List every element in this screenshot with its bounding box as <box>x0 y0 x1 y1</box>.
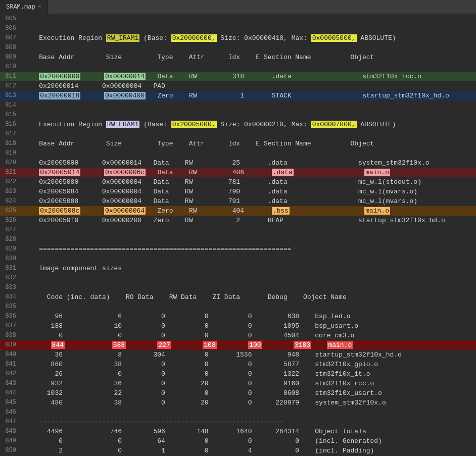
line-number: 846 <box>0 408 21 417</box>
line-807: 807 Execution Region RW_IRAM1 (Base: 0x2… <box>0 33 476 43</box>
line-846: 846 <box>0 408 476 417</box>
line-818: 818 Base Addr Size Type Attr Idx E Secti… <box>0 139 476 148</box>
line-text: 0x20005014 0x0000006c Data RW 406 .data … <box>21 168 476 177</box>
line-text: 36 8 304 0 1536 948 startup_stm32f10x_hd… <box>21 350 476 360</box>
line-text: 860 38 0 0 0 5877 stm32f10x_gpio.o <box>21 360 476 369</box>
line-824: 824 0x20005088 0x00000004 Data RW 791 .d… <box>0 196 476 206</box>
line-number: 831 <box>0 264 21 273</box>
line-number: 845 <box>0 398 21 408</box>
line-number: 835 <box>0 302 21 312</box>
line-826: 826 0x200050f0 0x00000200 Zero RW 2 HEAP… <box>0 216 476 225</box>
line-808: 808 <box>0 43 476 53</box>
line-number: 824 <box>0 196 21 206</box>
tab-label: SRAM.map <box>6 4 35 11</box>
line-number: 844 <box>0 388 21 398</box>
line-number: 825 <box>0 206 21 216</box>
line-number: 818 <box>0 139 21 148</box>
line-number: 849 <box>0 436 21 446</box>
line-number: 809 <box>0 53 21 62</box>
line-806: 806 <box>0 24 476 33</box>
line-number: 821 <box>0 168 21 177</box>
line-821: 821 0x20005014 0x0000006c Data RW 406 .d… <box>0 168 476 177</box>
file-content: 805806807 Execution Region RW_IRAM1 (Bas… <box>0 14 476 455</box>
line-text: Execution Region RW_ERAM1 (Base: 0x20005… <box>21 120 476 129</box>
line-text: 4496 746 596 148 1640 264314 Object Tota… <box>21 427 476 436</box>
line-number: 827 <box>0 225 21 235</box>
line-836: 836 96 6 0 0 0 638 bsp_led.o <box>0 312 476 321</box>
line-number: 834 <box>0 292 21 302</box>
line-810: 810 <box>0 62 476 72</box>
line-text: 932 36 0 20 0 9160 stm32f10x_rcc.o <box>21 379 476 388</box>
line-814: 814 <box>0 100 476 110</box>
line-829: 829 ====================================… <box>0 244 476 254</box>
line-815: 815 <box>0 110 476 120</box>
line-number: 830 <box>0 254 21 264</box>
line-number: 837 <box>0 321 21 331</box>
line-text: 0x2000508c 0x00000064 Zero RW 404 .bss m… <box>21 206 476 216</box>
line-text: 844 588 227 108 100 3183 main.o <box>21 340 476 350</box>
line-805: 805 <box>0 14 476 24</box>
line-number: 843 <box>0 379 21 388</box>
line-820: 820 0x20005000 0x00000014 Data RW 25 .da… <box>0 158 476 168</box>
line-838: 838 0 0 0 0 0 4504 core_cm3.o <box>0 331 476 340</box>
line-850: 850 2 0 1 0 4 0 (incl. Padding) <box>0 446 476 455</box>
line-number: 817 <box>0 129 21 139</box>
line-number: 842 <box>0 369 21 379</box>
line-text: 0 0 64 0 0 0 (incl. Generated) <box>21 436 476 446</box>
line-844: 844 1032 22 0 0 0 8608 stm32f10x_usart.o <box>0 388 476 398</box>
line-840: 840 36 8 304 0 1536 948 startup_stm32f10… <box>0 350 476 360</box>
line-842: 842 26 0 0 0 0 1322 stm32f10x_it.o <box>0 369 476 379</box>
line-816: 816 Execution Region RW_ERAM1 (Base: 0x2… <box>0 120 476 129</box>
line-number: 839 <box>0 340 21 350</box>
line-number: 814 <box>0 100 21 110</box>
line-text: Image component sizes <box>21 264 476 273</box>
line-845: 845 480 38 0 20 0 228979 system_stm32f10… <box>0 398 476 408</box>
line-text: 26 0 0 0 0 1322 stm32f10x_it.o <box>21 369 476 379</box>
line-number: 810 <box>0 62 21 72</box>
line-text: ----------------------------------------… <box>21 417 476 427</box>
line-830: 830 <box>0 254 476 264</box>
line-839: 839 844 588 227 108 100 3183 main.o <box>0 340 476 350</box>
line-text: 188 10 0 0 0 1095 bsp_usart.o <box>21 321 476 331</box>
tab-close-button[interactable]: × <box>38 4 41 10</box>
line-text: 0x20000014 0x00000004 PAD <box>21 81 476 91</box>
line-number: 838 <box>0 331 21 340</box>
line-number: 832 <box>0 273 21 283</box>
line-number: 841 <box>0 360 21 369</box>
line-text: 0x200050f0 0x00000200 Zero RW 2 HEAP sta… <box>21 216 476 225</box>
line-text: 0x20005084 0x00000004 Data RW 790 .data … <box>21 187 476 196</box>
line-text: Code (inc. data) RO Data RW Data ZI Data… <box>21 292 476 302</box>
line-812: 812 0x20000014 0x00000004 PAD <box>0 81 476 91</box>
line-835: 835 <box>0 302 476 312</box>
line-811: 811 0x20000000 0x00000014 Data RW 318 .d… <box>0 72 476 81</box>
line-832: 832 <box>0 273 476 283</box>
line-827: 827 <box>0 225 476 235</box>
line-number: 850 <box>0 446 21 455</box>
line-text: Execution Region RW_IRAM1 (Base: 0x20000… <box>21 33 476 43</box>
line-837: 837 188 10 0 0 0 1095 bsp_usart.o <box>0 321 476 331</box>
line-number: 815 <box>0 110 21 120</box>
line-number: 836 <box>0 312 21 321</box>
line-823: 823 0x20005084 0x00000004 Data RW 790 .d… <box>0 187 476 196</box>
line-number: 822 <box>0 177 21 187</box>
line-number: 812 <box>0 81 21 91</box>
line-number: 816 <box>0 120 21 129</box>
line-number: 833 <box>0 283 21 292</box>
line-text: 0x20005088 0x00000004 Data RW 791 .data … <box>21 196 476 206</box>
line-number: 829 <box>0 244 21 254</box>
line-text: 96 6 0 0 0 638 bsp_led.o <box>21 312 476 321</box>
line-843: 843 932 36 0 20 0 9160 stm32f10x_rcc.o <box>0 379 476 388</box>
line-text: 480 38 0 20 0 228979 system_stm32f10x.o <box>21 398 476 408</box>
line-813: 813 0x20000018 0x00000400 Zero RW 1 STAC… <box>0 91 476 100</box>
line-text: Base Addr Size Type Attr Idx E Section N… <box>21 139 476 148</box>
line-number: 807 <box>0 33 21 43</box>
line-number: 811 <box>0 72 21 81</box>
line-number: 808 <box>0 43 21 53</box>
line-822: 822 0x20005080 0x00000004 Data RW 781 .d… <box>0 177 476 187</box>
line-text: 0 0 0 0 0 4504 core_cm3.o <box>21 331 476 340</box>
line-828: 828 <box>0 235 476 244</box>
line-text: ========================================… <box>21 244 476 254</box>
tab-sram-map[interactable]: SRAM.map × <box>0 0 48 14</box>
line-number: 806 <box>0 24 21 33</box>
line-825: 825 0x2000508c 0x00000064 Zero RW 404 .b… <box>0 206 476 216</box>
